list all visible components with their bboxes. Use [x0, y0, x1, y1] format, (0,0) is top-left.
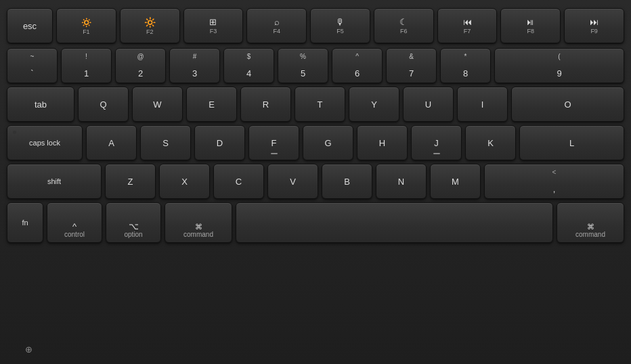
f6-label: F6: [400, 28, 408, 35]
key1-bottom: 1: [84, 68, 89, 78]
key-c[interactable]: C: [213, 164, 264, 199]
key-command-right[interactable]: ⌘ command: [557, 202, 624, 243]
key-s[interactable]: S: [140, 125, 191, 160]
key8-top: *: [464, 53, 467, 60]
key-y[interactable]: Y: [349, 87, 399, 122]
key7-bottom: 7: [409, 68, 414, 78]
key-g[interactable]: G: [303, 125, 353, 160]
key-j[interactable]: J: [411, 125, 462, 160]
key-7[interactable]: & 7: [386, 48, 437, 83]
tab-label: tab: [35, 100, 47, 109]
f3-icon: ⊞: [209, 17, 217, 27]
key-v[interactable]: V: [267, 164, 318, 199]
key-tab[interactable]: tab: [7, 87, 74, 122]
key-i[interactable]: I: [457, 87, 508, 122]
key1-top: !: [85, 53, 87, 60]
key6-top: ^: [355, 53, 359, 60]
f5-icon: 🎙: [336, 17, 345, 27]
key-e[interactable]: E: [186, 87, 237, 122]
qwerty-row: tab Q W E R T Y U I O: [7, 87, 624, 122]
key-r[interactable]: R: [240, 87, 291, 122]
key-a[interactable]: A: [86, 125, 137, 160]
comma-top: <: [552, 168, 557, 176]
f6-icon: ☾: [399, 17, 408, 27]
function-row: esc 🔅 F1 🔆 F2 ⊞ F3 ⌕ F4 🎙 F5 ☾ F6 ⏮ F7: [7, 8, 624, 43]
f-bump: [271, 153, 278, 154]
key-option[interactable]: ⌥ option: [106, 202, 161, 243]
key-n[interactable]: N: [376, 164, 427, 199]
shift-left-label: shift: [47, 178, 61, 185]
f7-icon: ⏮: [463, 17, 472, 27]
f1-label: F1: [83, 29, 90, 35]
key-shift-left[interactable]: shift: [7, 164, 102, 199]
key-x[interactable]: X: [159, 164, 210, 199]
keyboard: esc 🔅 F1 🔆 F2 ⊞ F3 ⌕ F4 🎙 F5 ☾ F6 ⏮ F7: [0, 0, 631, 364]
key-control[interactable]: ^ control: [47, 202, 102, 243]
key-comma[interactable]: < ,: [484, 164, 624, 199]
key-m[interactable]: M: [430, 164, 481, 199]
key-3[interactable]: # 3: [169, 48, 220, 83]
esc-label: esc: [23, 22, 37, 30]
backtick-top: ~: [30, 53, 35, 60]
key9-bottom: 9: [557, 68, 561, 78]
f1-icon: 🔅: [81, 17, 92, 28]
key-1[interactable]: ! 1: [61, 48, 112, 83]
key2-top: @: [137, 53, 144, 60]
fn-label: fn: [22, 219, 28, 227]
key-f3[interactable]: ⊞ F3: [183, 8, 244, 43]
f4-label: F4: [273, 28, 280, 35]
key-esc[interactable]: esc: [7, 8, 53, 43]
key9-top: (: [558, 53, 560, 60]
key-u[interactable]: U: [403, 87, 454, 122]
key-f1[interactable]: 🔅 F1: [56, 8, 116, 43]
key5-top: %: [300, 53, 306, 60]
option-symbol: ⌥: [129, 222, 139, 231]
command-left-label: command: [183, 231, 213, 238]
key-f8[interactable]: ⏯ F8: [500, 8, 561, 43]
key-b[interactable]: B: [322, 164, 372, 199]
key-f7[interactable]: ⏮ F7: [437, 8, 498, 43]
key-5[interactable]: % 5: [278, 48, 328, 83]
key-h[interactable]: H: [357, 125, 408, 160]
key-command-left[interactable]: ⌘ command: [165, 202, 232, 243]
key-4[interactable]: $ 4: [223, 48, 274, 83]
key-backtick[interactable]: ~ `: [7, 48, 58, 83]
key-f9[interactable]: ⏭ F9: [564, 8, 624, 43]
key6-bottom: 6: [355, 68, 360, 78]
key-t[interactable]: T: [295, 87, 345, 122]
key-f6[interactable]: ☾ F6: [374, 8, 434, 43]
key-8[interactable]: * 8: [440, 48, 491, 83]
key8-bottom: 8: [463, 68, 468, 78]
f3-label: F3: [210, 28, 217, 35]
key-f[interactable]: F: [248, 125, 299, 160]
f4-icon: ⌕: [274, 17, 280, 27]
capslock-indicator: [13, 131, 16, 134]
key-fn[interactable]: fn: [7, 202, 43, 243]
key2-bottom: 2: [138, 68, 143, 78]
capslock-label: caps lock: [29, 139, 60, 147]
control-caret: ^: [72, 222, 77, 231]
modifier-row: fn ^ control ⌥ option ⌘ command ⌘ comman…: [7, 202, 624, 243]
key-space[interactable]: [236, 202, 553, 243]
key-f2[interactable]: 🔆 F2: [120, 8, 180, 43]
key-w[interactable]: W: [132, 87, 183, 122]
command-left-symbol: ⌘: [195, 223, 202, 231]
key-9[interactable]: ( 9: [494, 48, 624, 83]
key-6[interactable]: ^ 6: [332, 48, 383, 83]
key7-top: &: [409, 53, 414, 60]
key-f5[interactable]: 🎙 F5: [310, 8, 370, 43]
key-z[interactable]: Z: [105, 164, 156, 199]
key-2[interactable]: @ 2: [115, 48, 166, 83]
key-f4[interactable]: ⌕ F4: [246, 8, 307, 43]
key-d[interactable]: D: [194, 125, 245, 160]
key-k[interactable]: K: [465, 125, 516, 160]
key-capslock[interactable]: caps lock: [7, 125, 83, 160]
j-bump: [433, 153, 440, 154]
key-o[interactable]: O: [511, 87, 624, 122]
f7-label: F7: [464, 28, 471, 35]
command-right-symbol: ⌘: [587, 223, 594, 231]
key-q[interactable]: Q: [78, 87, 129, 122]
key-l[interactable]: L: [519, 125, 624, 160]
f8-icon: ⏯: [526, 17, 535, 27]
key5-bottom: 5: [301, 68, 305, 78]
